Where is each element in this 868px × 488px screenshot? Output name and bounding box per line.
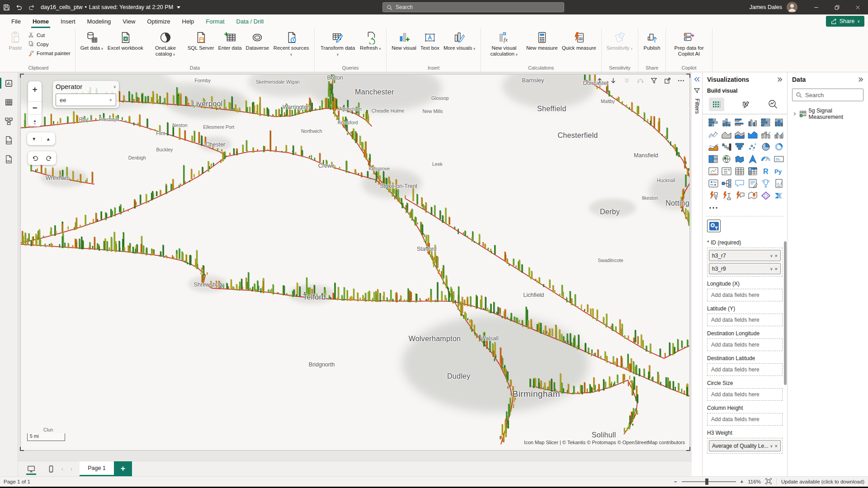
close-button[interactable] (847, 0, 868, 14)
visual-type-map-icon[interactable] (720, 154, 732, 164)
visual-type-scatter-icon[interactable] (746, 141, 759, 152)
prep-data-for-copilot-ai-button[interactable]: Prep data for Copilot AI (669, 29, 709, 58)
tab-view[interactable]: View (117, 15, 141, 28)
visual-type-table-icon[interactable] (733, 166, 745, 177)
visual-type-area-filled-icon[interactable] (746, 129, 759, 140)
zoom-slider[interactable] (682, 481, 736, 482)
drill-down-icon[interactable] (608, 76, 618, 85)
minimize-button[interactable] (806, 0, 826, 14)
collapse-pane-icon[interactable] (776, 76, 783, 83)
sidebar-item-model-view[interactable] (0, 115, 18, 127)
sidebar-item-table-view[interactable] (0, 96, 18, 108)
visual-type-paginated-report-icon[interactable] (773, 178, 785, 189)
visual-type-clustered-column-icon[interactable] (746, 117, 759, 128)
visual-type-stacked-bar-icon[interactable] (707, 117, 719, 128)
tab-insert[interactable]: Insert (55, 15, 81, 28)
format-painter-button[interactable]: Format painter (26, 49, 72, 57)
drill-up-icon[interactable] (594, 76, 604, 85)
visual-type-arcgis-map-icon[interactable] (746, 190, 759, 201)
avatar[interactable] (787, 2, 797, 13)
tab-help[interactable]: Help (176, 15, 200, 28)
cut-button[interactable]: Cut (26, 31, 72, 39)
data-search-input[interactable]: Search (792, 89, 863, 101)
share-button[interactable]: Share ∨ (826, 16, 864, 27)
pitch-spinner[interactable]: ▲▼ (33, 120, 37, 126)
save-icon[interactable] (0, 0, 13, 14)
visual-type-donut-icon[interactable] (773, 141, 785, 152)
field-pill[interactable]: h3_r9∨× (709, 263, 781, 274)
sql-server-button[interactable]: SQL Server (186, 29, 216, 52)
sidebar-item-dax-query-view[interactable]: DAX (0, 134, 18, 146)
visual-type-power-automate-icon[interactable] (773, 190, 785, 201)
quick-measure-button[interactable]: Quick measure (560, 29, 598, 52)
pill-chevron-down-icon[interactable]: ∨ (770, 267, 773, 271)
tab-data-drill[interactable]: Data / Drill (231, 15, 270, 28)
visual-type-treemap-icon[interactable] (707, 154, 719, 164)
tab-modeling[interactable]: Modeling (81, 15, 117, 28)
redo-icon[interactable] (25, 0, 38, 14)
filter-icon[interactable] (649, 76, 659, 85)
sensitivity-button[interactable]: Sensitivity ∨ (605, 29, 635, 52)
transform-data-button[interactable]: Transform data ∨ (318, 29, 358, 58)
well-dropzone-destination-latitude[interactable]: Add data fields here (707, 363, 783, 376)
onelake-catalog-button[interactable]: OneLake catalog ∨ (146, 29, 185, 58)
global-search-input[interactable]: Search (382, 2, 564, 12)
recent-sources-button[interactable]: Recent sources ∨ (271, 29, 311, 58)
tab-home[interactable]: Home (27, 15, 55, 28)
enter-data-button[interactable]: Enter data (216, 29, 243, 52)
text-box-button[interactable]: Text box (419, 29, 441, 52)
new-measure-button[interactable]: New measure (524, 29, 560, 52)
rotate-left-icon[interactable] (28, 155, 42, 162)
visual-type-more-options-icon[interactable] (707, 202, 719, 213)
more-visuals-button[interactable]: More visuals ∨ (442, 29, 477, 52)
visual-type-area-icon[interactable] (720, 129, 732, 140)
visual-type-filled-map-icon[interactable] (733, 154, 745, 164)
refresh-button[interactable]: Refresh ∨ (358, 29, 383, 52)
paste-button[interactable]: Paste (5, 29, 26, 52)
visual-type-slicer-icon[interactable] (720, 166, 732, 177)
zoom-in-small[interactable]: + (741, 479, 744, 484)
zoom-out-small[interactable]: − (674, 479, 677, 484)
rotate-right-icon[interactable] (42, 155, 56, 162)
visual-type-line-clustered-column-icon[interactable] (773, 129, 785, 140)
sidebar-item-report-view[interactable] (0, 77, 18, 89)
well-dropzone-circle-size[interactable]: Add data fields here (707, 388, 783, 401)
expand-all-icon[interactable] (635, 76, 645, 85)
scrollbar[interactable] (784, 241, 787, 385)
update-available-link[interactable]: Update available (click to download) (781, 479, 864, 484)
visual-type-line-icon[interactable] (707, 129, 719, 140)
visual-type-pie-icon[interactable] (760, 141, 772, 152)
visual-type-power-apps-chat-icon[interactable] (733, 190, 745, 201)
visual-type-stacked-bar-100-icon[interactable] (760, 117, 772, 128)
filter-icon[interactable] (693, 87, 700, 94)
zoom-out-button[interactable]: − (28, 101, 42, 115)
fit-to-page-icon[interactable] (765, 478, 772, 485)
well-dropzone-latitude-y[interactable]: Add data fields here (707, 314, 783, 326)
visual-type-funnel-icon[interactable] (733, 141, 745, 152)
analytics-tab[interactable] (765, 98, 781, 111)
visual-type-kpi-icon[interactable] (707, 166, 719, 177)
excel-workbook-button[interactable]: Excel workbook (106, 29, 145, 52)
visual-type-gauge-icon[interactable] (760, 154, 772, 164)
dataverse-button[interactable]: Dataverse (244, 29, 271, 52)
visual-type-ribbon-chart-icon[interactable] (707, 141, 719, 152)
well-dropzone-column-height[interactable]: Add data fields here (707, 413, 783, 426)
mobile-layout-icon[interactable] (44, 461, 58, 476)
visual-type-tile-slicer-icon[interactable] (707, 178, 719, 189)
icon-map-visual-icon[interactable] (707, 220, 721, 232)
format-visual-tab[interactable] (737, 98, 753, 111)
zoom-slider-thumb[interactable] (705, 479, 708, 485)
visual-type-r-script-icon[interactable]: R (760, 166, 772, 177)
well-dropzone-longitude-x[interactable]: Add data fields here (707, 289, 783, 301)
pill-remove-icon[interactable]: × (775, 253, 778, 258)
pill-remove-icon[interactable]: × (775, 443, 778, 449)
visual-type-card-icon[interactable] (773, 154, 785, 164)
visual-type-metrics-hub-icon[interactable] (760, 190, 772, 201)
previous-page-icon[interactable]: ‹ (58, 461, 67, 476)
visual-type-stacked-column-icon[interactable] (720, 117, 732, 128)
collapse-pane-icon[interactable] (857, 76, 863, 83)
tab-optimize[interactable]: Optimize (141, 15, 176, 28)
visual-type-clustered-bar-icon[interactable] (733, 117, 745, 128)
visual-type-stacked-column-100-icon[interactable] (773, 117, 785, 128)
sidebar-item-tmdl-view[interactable]: TMDL (0, 153, 18, 165)
